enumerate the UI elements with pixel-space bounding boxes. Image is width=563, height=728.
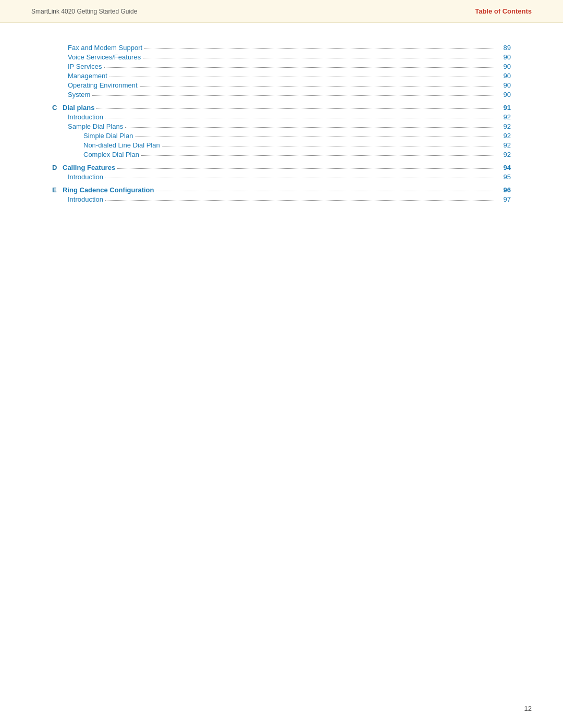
toc-link-calling-features[interactable]: Calling Features [63, 164, 115, 171]
toc-content: Fax and Modem Support 89 Voice Services/… [0, 23, 563, 240]
toc-page-voice-services: 90 [496, 53, 511, 61]
toc-page-e-intro: 97 [496, 195, 511, 203]
toc-entry-d-intro: Introduction 95 [52, 173, 511, 181]
toc-link-voice-services[interactable]: Voice Services/Features [68, 53, 141, 61]
toc-dots [141, 155, 494, 156]
toc-dots [105, 200, 494, 201]
page-number: 12 [524, 705, 532, 712]
section-e: E Ring Cadence Configuration 96 Introduc… [52, 186, 511, 203]
toc-link-d-intro[interactable]: Introduction [68, 173, 103, 181]
toc-entry-nondialed-dial: Non-dialed Line Dial Plan 92 [52, 141, 511, 149]
toc-link-fax-modem[interactable]: Fax and Modem Support [68, 44, 142, 52]
toc-dots [117, 168, 494, 169]
toc-label: Table of Contents [475, 7, 532, 15]
toc-dots [156, 191, 495, 191]
toc-page-operating-env: 90 [496, 81, 511, 89]
section-b-subitems: Fax and Modem Support 89 Voice Services/… [52, 44, 511, 98]
toc-page-nondialed-dial: 92 [496, 141, 511, 149]
toc-entry-management: Management 90 [52, 72, 511, 80]
toc-dots [140, 86, 494, 87]
section-d: D Calling Features 94 Introduction 95 [52, 164, 511, 181]
toc-page-management: 90 [496, 72, 511, 80]
toc-dots [92, 95, 494, 96]
toc-dots [104, 67, 494, 68]
toc-entry-complex-dial: Complex Dial Plan 92 [52, 151, 511, 158]
toc-entry-simple-dial: Simple Dial Plan 92 [52, 132, 511, 140]
toc-dots [105, 178, 494, 178]
toc-link-e-intro[interactable]: Introduction [68, 195, 103, 203]
toc-dots [135, 137, 494, 137]
section-c: C Dial plans 91 Introduction 92 Sample D… [52, 104, 511, 158]
toc-header-e: E Ring Cadence Configuration 96 [52, 186, 511, 194]
toc-dots [125, 127, 494, 128]
toc-entry-ip-services: IP Services 90 [52, 63, 511, 70]
toc-dots [105, 118, 494, 118]
toc-link-simple-dial[interactable]: Simple Dial Plan [83, 132, 133, 140]
toc-page-complex-dial: 92 [496, 151, 511, 158]
toc-dots [109, 77, 494, 77]
toc-link-operating-env[interactable]: Operating Environment [68, 81, 138, 89]
toc-link-management[interactable]: Management [68, 72, 107, 80]
toc-dots [96, 108, 494, 109]
toc-link-ip-services[interactable]: IP Services [68, 63, 102, 70]
toc-page-ring-cadence: 96 [496, 186, 511, 194]
document-title: SmartLink 4020 Getting Started Guide [31, 8, 137, 15]
page-header: SmartLink 4020 Getting Started Guide Tab… [0, 0, 563, 23]
section-letter-c: C [52, 104, 63, 112]
toc-link-nondialed-dial[interactable]: Non-dialed Line Dial Plan [83, 141, 160, 149]
page-footer: 12 [524, 705, 532, 712]
toc-entry-system: System 90 [52, 91, 511, 98]
toc-link-system[interactable]: System [68, 91, 90, 98]
toc-page-ip-services: 90 [496, 63, 511, 70]
toc-link-c-intro[interactable]: Introduction [68, 113, 103, 121]
toc-dots [143, 58, 494, 58]
toc-page-c-intro: 92 [496, 113, 511, 121]
toc-entry-operating-env: Operating Environment 90 [52, 81, 511, 89]
toc-header-c: C Dial plans 91 [52, 104, 511, 112]
toc-page-simple-dial: 92 [496, 132, 511, 140]
toc-header-d: D Calling Features 94 [52, 164, 511, 171]
toc-entry-voice-services: Voice Services/Features 90 [52, 53, 511, 61]
toc-link-ring-cadence[interactable]: Ring Cadence Configuration [63, 186, 154, 194]
toc-page-dial-plans: 91 [496, 104, 511, 112]
toc-dots [144, 48, 494, 49]
toc-page-sample-dial: 92 [496, 122, 511, 130]
toc-page-fax-modem: 89 [496, 44, 511, 52]
toc-page-system: 90 [496, 91, 511, 98]
toc-entry-sample-dial: Sample Dial Plans 92 [52, 122, 511, 130]
toc-link-dial-plans[interactable]: Dial plans [63, 104, 94, 112]
toc-link-complex-dial[interactable]: Complex Dial Plan [83, 151, 139, 158]
toc-link-sample-dial[interactable]: Sample Dial Plans [68, 122, 123, 130]
section-letter-e: E [52, 186, 63, 194]
toc-entry-c-intro: Introduction 92 [52, 113, 511, 121]
section-letter-d: D [52, 164, 63, 171]
toc-entry-fax-modem: Fax and Modem Support 89 [52, 44, 511, 52]
toc-dots [162, 146, 494, 146]
toc-entry-e-intro: Introduction 97 [52, 195, 511, 203]
toc-page-d-intro: 95 [496, 173, 511, 181]
toc-page-calling-features: 94 [496, 164, 511, 171]
